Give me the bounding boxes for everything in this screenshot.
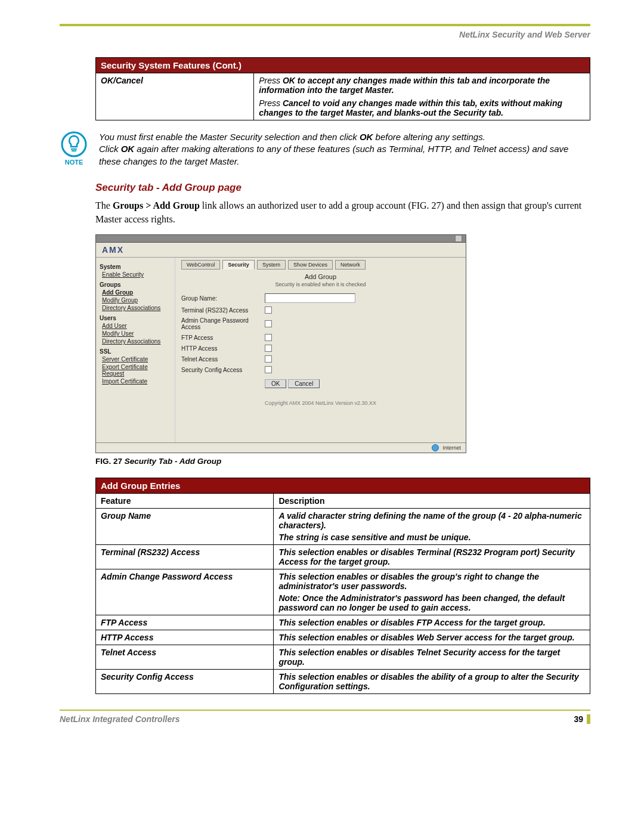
lbl-terminal: Terminal (RS232) Access xyxy=(181,307,265,314)
cb-ftp[interactable] xyxy=(265,334,272,341)
status-text: Internet xyxy=(442,445,461,451)
table2-title: Add Group Entries xyxy=(95,478,590,493)
tab-webcontrol[interactable]: WebControl xyxy=(181,260,220,270)
table1-row-label: OK/Cancel xyxy=(96,73,254,120)
embedded-screenshot: AMX System Enable Security Groups Add Gr… xyxy=(95,234,466,453)
shot-scrollbar-top xyxy=(96,235,466,243)
note-l2b: OK xyxy=(121,144,135,154)
note-l1c: before altering any settings. xyxy=(373,132,485,142)
side-dir-assoc-1[interactable]: Directory Associations xyxy=(102,305,171,311)
security-features-table: OK/Cancel Press OK to accept any changes… xyxy=(95,73,590,120)
note-text: You must first enable the Master Securit… xyxy=(99,131,590,168)
ok-button[interactable]: OK xyxy=(265,379,286,388)
table1-row-desc: Press OK to accept any changes made with… xyxy=(254,73,590,120)
t2r0-d1: A valid character string defining the na… xyxy=(278,511,581,530)
figcap-text: Security Tab - Add Group xyxy=(122,457,221,466)
shot-tabs: WebControl Security System Show Devices … xyxy=(181,260,460,270)
tab-network[interactable]: Network xyxy=(335,260,366,270)
t2r5-f: Telnet Access xyxy=(96,645,274,670)
t2r4-d: This selection enables or disables Web S… xyxy=(274,630,590,645)
t2r0-d: A valid character string defining the na… xyxy=(274,509,590,545)
globe-icon xyxy=(432,444,439,451)
tab-security[interactable]: Security xyxy=(222,260,255,270)
figure-caption: FIG. 27 Security Tab - Add Group xyxy=(95,457,590,466)
shot-subtitle: Security is enabled when it is checked xyxy=(181,281,460,287)
t2r6-f: Security Config Access xyxy=(96,670,274,694)
add-group-entries-table: Feature Description Group Name A valid c… xyxy=(95,493,590,694)
t2r3-d: This selection enables or disables FTP A… xyxy=(274,615,590,630)
cb-admin-pw[interactable] xyxy=(265,320,272,327)
t2r2-d1: This selection enables or disables the g… xyxy=(278,572,539,591)
note-l2c: again after making alterations to any of… xyxy=(99,144,568,166)
side-server-cert[interactable]: Server Certificate xyxy=(102,356,171,363)
t2r2-d: This selection enables or disables the g… xyxy=(274,569,590,615)
table1-title: Security System Features (Cont.) xyxy=(95,57,590,73)
t2r2-f: Admin Change Password Access xyxy=(96,569,274,615)
cb-secconf[interactable] xyxy=(265,366,272,373)
side-add-user[interactable]: Add User xyxy=(102,323,171,329)
cb-terminal[interactable] xyxy=(265,306,272,314)
t2r1-f: Terminal (RS232) Access xyxy=(96,545,274,569)
page: NetLinx Security and Web Server Security… xyxy=(0,0,644,748)
t1-d1-prefix: Press xyxy=(259,76,283,85)
lbl-group-name: Group Name: xyxy=(181,295,265,302)
t2r0-f: Group Name xyxy=(96,509,274,545)
t1-d2-prefix: Press xyxy=(259,98,283,108)
note-block: NOTE You must first enable the Master Se… xyxy=(60,131,590,168)
shot-logo: AMX xyxy=(96,243,466,258)
section-heading: Security tab - Add Group page xyxy=(95,182,590,194)
t1-d1-rest: to accept any changes made within this t… xyxy=(259,76,550,95)
shot-copyright: Copyright AMX 2004 NetLinx Version v2.30… xyxy=(181,400,460,406)
side-system: System xyxy=(100,264,171,270)
footer-left: NetLinx Integrated Controllers xyxy=(60,714,179,724)
t2r6-d: This selection enables or disables the a… xyxy=(274,670,590,694)
lbl-admin-pw: Admin Change Password Access xyxy=(181,317,265,330)
lbl-secconf: Security Config Access xyxy=(181,367,265,373)
t2r4-f: HTTP Access xyxy=(96,630,274,645)
side-import-cert[interactable]: Import Certificate xyxy=(102,378,171,385)
side-users: Users xyxy=(100,315,171,321)
side-ssl: SSL xyxy=(100,348,171,355)
shot-sidebar: System Enable Security Groups Add Group … xyxy=(96,258,175,442)
side-dir-assoc-2[interactable]: Directory Associations xyxy=(102,338,171,345)
t1-d2-bold: Cancel xyxy=(283,98,310,108)
t1-d1-bold: OK xyxy=(283,76,295,85)
lightbulb-icon: NOTE xyxy=(60,131,88,166)
side-add-group[interactable]: Add Group xyxy=(102,289,171,296)
tab-system[interactable]: System xyxy=(257,260,286,270)
cancel-button[interactable]: Cancel xyxy=(288,379,320,388)
input-group-name[interactable] xyxy=(265,293,355,303)
shot-main: WebControl Security System Show Devices … xyxy=(175,258,466,442)
lbl-ftp: FTP Access xyxy=(181,335,265,341)
shot-title: Add Group xyxy=(181,273,460,280)
footer: NetLinx Integrated Controllers 39 xyxy=(60,710,590,724)
t2r1-d: This selection enables or disables Termi… xyxy=(274,545,590,569)
shot-statusbar: Internet xyxy=(96,442,466,453)
col-feature: Feature xyxy=(96,494,274,509)
lbl-http: HTTP Access xyxy=(181,345,265,352)
cb-http[interactable] xyxy=(265,345,272,352)
body-paragraph: The Groups > Add Group link allows an au… xyxy=(95,199,590,226)
tab-show-devices[interactable]: Show Devices xyxy=(288,260,333,270)
side-modify-group[interactable]: Modify Group xyxy=(102,297,171,304)
lbl-telnet: Telnet Access xyxy=(181,356,265,363)
para-b: Groups > Add Group xyxy=(113,200,200,210)
top-rule xyxy=(60,24,590,26)
side-enable-security[interactable]: Enable Security xyxy=(102,271,171,278)
t2r0-d2: The string is case sensitive and must be… xyxy=(278,532,470,542)
t2r2-d2: Note: Once the Administrator's password … xyxy=(278,593,565,612)
side-modify-user[interactable]: Modify User xyxy=(102,330,171,337)
note-l2a: Click xyxy=(99,144,121,154)
page-number: 39 xyxy=(574,714,590,724)
figcap-num: FIG. 27 xyxy=(95,457,122,466)
t2r3-f: FTP Access xyxy=(96,615,274,630)
note-l1a: You must first enable the Master Securit… xyxy=(99,132,360,142)
cb-telnet[interactable] xyxy=(265,355,272,363)
col-description: Description xyxy=(274,494,590,509)
side-export-cert[interactable]: Export Certificate Request xyxy=(102,364,171,377)
side-groups: Groups xyxy=(100,281,171,288)
content-column: Security System Features (Cont.) OK/Canc… xyxy=(95,57,590,694)
running-header: NetLinx Security and Web Server xyxy=(60,30,590,39)
t2r5-d: This selection enables or disables Telne… xyxy=(274,645,590,670)
note-label: NOTE xyxy=(65,159,83,166)
